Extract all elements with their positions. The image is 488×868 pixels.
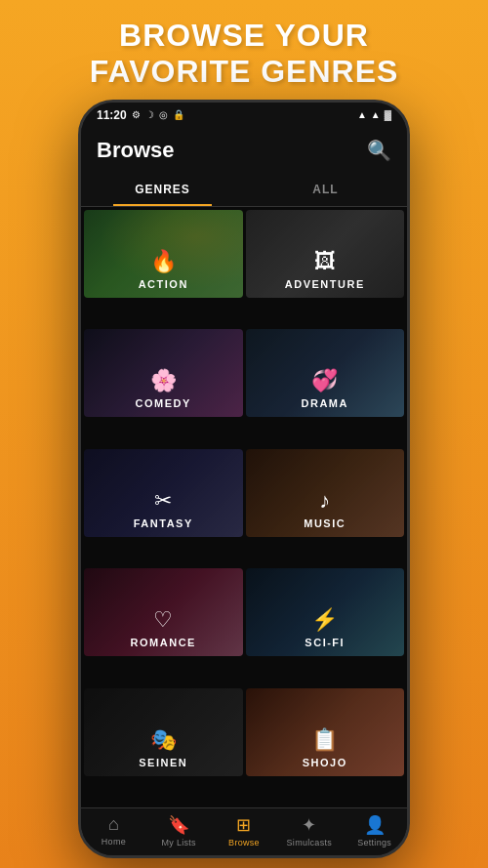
genre-item-seinen[interactable]: 🎭 SEINEN — [84, 688, 243, 776]
lock-status-icon: 🔒 — [173, 109, 184, 120]
genre-seinen-icon: 🎭 — [150, 727, 177, 753]
tab-bar: GENRES ALL — [81, 173, 407, 207]
genre-item-sci-fi[interactable]: ⚡ SCI-FI — [246, 568, 405, 656]
genre-item-fantasy[interactable]: ✂ FANTASY — [84, 449, 243, 537]
genre-adventure-icon: 🖼 — [314, 249, 336, 274]
genre-drama-icon: 💞 — [311, 368, 338, 393]
status-time: 11:20 — [97, 108, 127, 122]
genre-sci-fi-label: SCI-FI — [305, 637, 345, 648]
simulcasts-icon: ✦ — [302, 814, 316, 836]
nav-home-label: Home — [102, 837, 126, 847]
page-title: Browse — [97, 138, 174, 163]
genre-item-music[interactable]: ♪ MUSIC — [246, 449, 405, 537]
genre-action-icon: 🔥 — [150, 249, 177, 274]
nav-item-my-lists[interactable]: 🔖 My Lists — [146, 814, 212, 847]
genre-shojo-label: SHOJO — [303, 757, 347, 768]
nav-item-settings[interactable]: 👤 Settings — [342, 814, 407, 847]
location-status-icon: ◎ — [159, 109, 168, 120]
app-header: Browse 🔍 — [81, 128, 407, 173]
genre-fantasy-label: FANTASY — [134, 517, 193, 529]
genre-comedy-label: COMEDY — [136, 397, 191, 409]
status-bar: 11:20 ⚙ ☽ ◎ 🔒 ▲ ▲ ▓ — [81, 103, 407, 128]
genre-adventure-label: ADVENTURE — [285, 278, 365, 290]
genre-music-label: MUSIC — [304, 517, 346, 529]
genre-seinen-label: SEINEN — [139, 757, 187, 768]
nav-my-lists-label: My Lists — [161, 838, 195, 847]
nav-simulcasts-label: Simulcasts — [287, 838, 333, 847]
settings-icon: 👤 — [364, 814, 386, 836]
top-banner: BROWSE YOUR FAVORITE GENRES — [0, 0, 488, 100]
moon-status-icon: ☽ — [145, 109, 154, 120]
genre-item-shojo[interactable]: 📋 SHOJO — [246, 688, 405, 776]
genre-item-drama[interactable]: 💞 DRAMA — [246, 329, 405, 417]
wifi-icon: ▲ — [371, 109, 381, 120]
genre-music-icon: ♪ — [319, 488, 330, 514]
genre-item-action[interactable]: 🔥 ACTION — [84, 210, 243, 298]
genre-comedy-icon: 🌸 — [150, 368, 177, 393]
genre-romance-icon: ♡ — [153, 607, 173, 633]
phone-frame: 11:20 ⚙ ☽ ◎ 🔒 ▲ ▲ ▓ Browse 🔍 GENRES ALL — [78, 100, 410, 858]
genre-fantasy-icon: ✂ — [154, 488, 172, 514]
genre-grid: 🔥 ACTION 🖼 ADVENTURE 🌸 COMEDY 💞 DRAMA — [81, 207, 407, 807]
banner-title: BROWSE YOUR FAVORITE GENRES — [20, 18, 468, 90]
browse-icon: ⊞ — [236, 814, 251, 836]
genre-shojo-icon: 📋 — [311, 727, 338, 753]
my-lists-icon: 🔖 — [168, 814, 189, 836]
nav-item-simulcasts[interactable]: ✦ Simulcasts — [276, 814, 342, 847]
signal-icon: ▲ — [357, 109, 367, 120]
home-icon: ⌂ — [108, 814, 119, 835]
tab-genres[interactable]: GENRES — [81, 173, 244, 206]
nav-item-home[interactable]: ⌂ Home — [81, 814, 146, 847]
bottom-nav: ⌂ Home 🔖 My Lists ⊞ Browse ✦ Simulcasts … — [81, 807, 407, 855]
tab-all[interactable]: ALL — [244, 173, 407, 206]
genre-item-adventure[interactable]: 🖼 ADVENTURE — [246, 210, 405, 298]
settings-status-icon: ⚙ — [132, 109, 141, 120]
genre-item-romance[interactable]: ♡ ROMANCE — [84, 568, 243, 656]
nav-settings-label: Settings — [357, 838, 391, 847]
nav-item-browse[interactable]: ⊞ Browse — [212, 814, 277, 847]
nav-browse-label: Browse — [228, 838, 260, 847]
genre-drama-label: DRAMA — [302, 397, 348, 409]
genre-romance-label: ROMANCE — [131, 637, 196, 648]
genre-sci-fi-icon: ⚡ — [311, 607, 338, 633]
genre-action-label: ACTION — [139, 278, 188, 290]
battery-icon: ▓ — [385, 109, 391, 120]
app-content: Browse 🔍 GENRES ALL 🔥 ACTION 🖼 ADVENTURE — [81, 128, 407, 855]
search-button[interactable]: 🔍 — [367, 139, 391, 162]
genre-item-comedy[interactable]: 🌸 COMEDY — [84, 329, 243, 417]
